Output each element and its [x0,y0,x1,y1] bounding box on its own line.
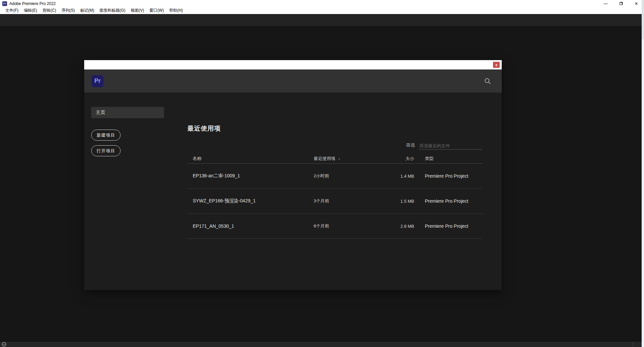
menu-view[interactable]: 视图(V) [128,7,147,14]
table-header-row: 名称 最近使用项↓ 大小 类型 [187,154,482,164]
filter-input[interactable] [419,142,482,150]
column-header-type[interactable]: 类型 [414,156,482,162]
window-controls: — ✕ [598,0,644,7]
sort-descending-icon: ↓ [338,156,340,161]
filter-bar: 筛选 [187,142,482,150]
recent-section: 最近使用项 筛选 名称 最近使用项↓ 大小 类型 EP136-an二审-1009… [187,93,482,239]
background-window-edge [642,0,644,347]
menu-graphics-titles[interactable]: 图形和标题(G) [97,7,128,14]
recent-project-row[interactable]: EP171_AN_0530_1 6个月前 2.6 MB Premiere Pro… [187,214,482,239]
project-last-used: 6个月前 [314,223,394,229]
project-last-used: 3个月前 [314,198,394,204]
home-dialog-titlebar: x [84,60,502,69]
project-type: Premiere Pro Project [414,223,482,229]
bottom-bar-divider [633,342,633,347]
menu-markers[interactable]: 标记(M) [77,7,97,14]
home-dialog-body: 主页 新建项目 打开项目 最近使用项 筛选 名称 最近使用项↓ 大小 类型 [84,93,502,290]
os-bottom-bar [0,341,644,347]
search-button[interactable] [484,77,492,85]
sidebar-item-home[interactable]: 主页 [91,107,164,118]
recent-project-row[interactable]: EP136-an二审-1009_1 2小时前 1.4 MB Premiere P… [187,164,482,189]
restore-button[interactable] [613,0,629,7]
recent-files-table: 名称 最近使用项↓ 大小 类型 EP136-an二审-1009_1 2小时前 1… [187,154,482,239]
os-titlebar: Pr Adobe Premiere Pro 2022 — ✕ [0,0,644,7]
menu-file[interactable]: 文件(F) [3,7,21,14]
minimize-icon: — [604,1,608,6]
project-type: Premiere Pro Project [414,173,482,179]
column-header-size[interactable]: 大小 [394,156,414,162]
menu-clip[interactable]: 剪辑(C) [40,7,59,14]
search-icon [484,77,491,85]
project-last-used: 2小时前 [314,173,394,179]
project-size: 1.4 MB [394,174,414,179]
column-header-name[interactable]: 名称 [187,156,314,162]
filter-label: 筛选 [406,142,415,150]
column-header-last-used-label: 最近使用项 [314,156,335,161]
premiere-logo: Pr [92,75,104,87]
project-name: EP136-an二审-1009_1 [187,173,314,179]
new-project-button[interactable]: 新建项目 [91,130,121,141]
home-dialog: x Pr 主页 新建项目 打开项目 最近使用项 筛选 名称 [84,60,502,290]
premiere-app-icon: Pr [2,1,7,6]
project-size: 2.6 MB [394,224,414,229]
column-header-last-used[interactable]: 最近使用项↓ [314,156,394,162]
recent-project-row[interactable]: SYWZ_EP166-预渲染-0429_1 3个月前 1.5 MB Premie… [187,189,482,214]
menu-bar: 文件(F) 编辑(E) 剪辑(C) 序列(S) 标记(M) 图形和标题(G) 视… [0,7,644,14]
window-title: Adobe Premiere Pro 2022 [9,1,56,6]
toolbar-band [0,14,644,26]
restore-icon [620,2,623,5]
project-name: SYWZ_EP166-预渲染-0429_1 [187,198,314,204]
menu-edit[interactable]: 编辑(E) [21,7,40,14]
home-dialog-close-button[interactable]: x [493,62,500,68]
close-icon: ✕ [635,1,638,6]
recent-title: 最近使用项 [187,124,482,133]
open-project-button[interactable]: 打开项目 [91,145,121,156]
menu-help[interactable]: 帮助(H) [167,7,186,14]
menu-sequence[interactable]: 序列(S) [59,7,77,14]
creative-cloud-icon[interactable] [2,342,6,347]
minimize-button[interactable]: — [598,0,613,7]
menu-window[interactable]: 窗口(W) [147,7,166,14]
project-name: EP171_AN_0530_1 [187,223,314,229]
home-dialog-header: Pr [84,69,502,93]
project-type: Premiere Pro Project [414,198,482,204]
project-size: 1.5 MB [394,199,414,204]
